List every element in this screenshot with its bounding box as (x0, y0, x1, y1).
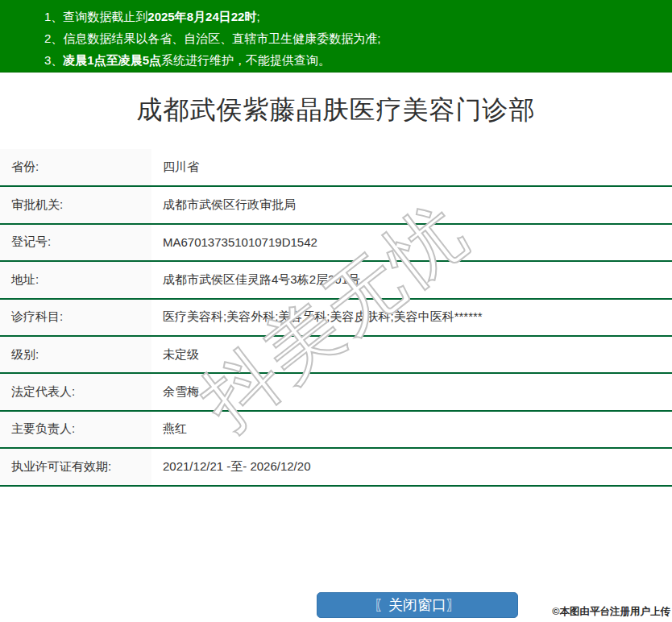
row-value-province: 四川省 (151, 149, 672, 186)
notice-line-1-number: 1、 (44, 10, 63, 23)
notice-line-3-bold: 凌晨1点至凌晨5点 (63, 53, 161, 67)
notice-banner: 1、查询数据截止到2025年8月24日22时; 2、信息数据结果以各省、自治区、… (0, 0, 672, 73)
row-label-license-validity: 执业许可证有效期: (0, 448, 151, 485)
notice-line-1: 1、查询数据截止到2025年8月24日22时; (44, 6, 664, 27)
table-row: 地址: 成都市武侯区佳灵路4号3栋2层201号 (0, 261, 672, 298)
table-row: 审批机关: 成都市武侯区行政审批局 (0, 186, 672, 223)
notice-line-3-suffix: 系统进行维护，不能提供查询。 (161, 53, 330, 67)
row-label-approval-authority: 审批机关: (0, 186, 151, 223)
row-label-province: 省份: (0, 149, 151, 186)
notice-line-1-text: 查询数据截止到 (63, 10, 147, 23)
row-value-medical-subjects: 医疗美容科;美容外科;美容牙科;美容皮肤科;美容中医科****** (151, 299, 672, 336)
notice-line-3: 3、凌晨1点至凌晨5点系统进行维护，不能提供查询。 (44, 49, 664, 71)
row-value-person-in-charge: 燕红 (151, 411, 672, 448)
table-row: 省份: 四川省 (0, 149, 672, 186)
table-row: 主要负责人: 燕红 (0, 411, 672, 448)
notice-line-1-suffix: ; (256, 10, 259, 23)
row-value-level: 未定级 (151, 336, 672, 373)
institution-details-table: 省份: 四川省 审批机关: 成都市武侯区行政审批局 登记号: MA6701373… (0, 149, 672, 487)
row-label-medical-subjects: 诊疗科目: (0, 299, 151, 336)
row-label-address: 地址: (0, 261, 151, 298)
table-row: 级别: 未定级 (0, 336, 672, 373)
notice-line-1-bold: 2025年8月24日22时 (147, 10, 256, 23)
notice-line-2-number: 2、 (44, 31, 63, 45)
table-row: 登记号: MA670137351010719D1542 (0, 224, 672, 261)
license-query-result-page: 1、查询数据截止到2025年8月24日22时; 2、信息数据结果以各省、自治区、… (0, 0, 672, 622)
row-value-license-validity: 2021/12/21 -至- 2026/12/20 (151, 448, 672, 485)
row-value-approval-authority: 成都市武侯区行政审批局 (151, 186, 672, 223)
upload-credit-text: ©本图由平台注册用户上传 (552, 605, 670, 619)
notice-line-2: 2、信息数据结果以各省、自治区、直辖市卫生健康委数据为准; (44, 27, 664, 49)
row-label-legal-representative: 法定代表人: (0, 373, 151, 410)
table-row: 执业许可证有效期: 2021/12/21 -至- 2026/12/20 (0, 448, 672, 485)
close-window-button[interactable]: 〖关闭窗口〗 (317, 592, 518, 618)
page-title: 成都武侯紫藤晶肤医疗美容门诊部 (0, 93, 672, 126)
row-value-address: 成都市武侯区佳灵路4号3栋2层201号 (151, 261, 672, 298)
row-label-person-in-charge: 主要负责人: (0, 411, 151, 448)
notice-line-3-number: 3、 (44, 53, 63, 67)
notice-line-2-text: 信息数据结果以各省、自治区、直辖市卫生健康委数据为准; (63, 31, 380, 45)
row-value-legal-representative: 余雪梅 (151, 373, 672, 410)
table-row: 诊疗科目: 医疗美容科;美容外科;美容牙科;美容皮肤科;美容中医科****** (0, 299, 672, 336)
row-value-registration-number: MA670137351010719D1542 (151, 224, 672, 261)
table-row: 法定代表人: 余雪梅 (0, 373, 672, 410)
row-label-level: 级别: (0, 336, 151, 373)
row-label-registration-number: 登记号: (0, 224, 151, 261)
